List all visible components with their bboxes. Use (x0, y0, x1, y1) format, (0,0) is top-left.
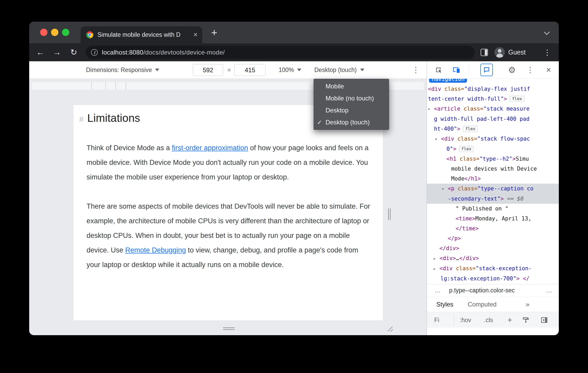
dom-tree-node[interactable]: g width-full pad-left-400 pad (427, 114, 559, 124)
forward-button[interactable]: → (50, 48, 64, 57)
dom-tree-node[interactable]: Mode</h1> (427, 174, 559, 184)
dom-tree-node[interactable]: </p> (427, 233, 559, 243)
tab-styles[interactable]: Styles (436, 301, 453, 308)
collapse-arrow-icon[interactable]: ▸ (433, 264, 439, 274)
profile-name: Guest (508, 49, 526, 56)
dom-tree-node[interactable]: ht-400">flex (427, 124, 559, 134)
elements-tree: navigation<div class="display-flex justi… (427, 79, 559, 284)
paragraph: Think of Device Mode as a first-order ap… (87, 141, 371, 184)
dock-side-icon[interactable] (541, 312, 548, 328)
page-viewport: # Limitations Think of Device Mode as a … (74, 105, 383, 320)
devtools-toolbar: ⚙ ⋮ × (427, 61, 559, 79)
breadcrumb-crumb[interactable]: p.type--caption.color-sec (449, 287, 515, 294)
devtools-menu-icon[interactable]: ⋮ (524, 61, 536, 79)
close-window-button[interactable] (40, 29, 47, 36)
window-controls (40, 29, 69, 36)
dom-tree-node[interactable]: <time>Monday, April 13, (427, 214, 559, 224)
dom-tree-node[interactable]: <div class="display-flex justif (427, 84, 559, 94)
dom-tree-node[interactable]: -secondary-text"> == $0 (427, 194, 559, 204)
viewport-resize-handle-corner[interactable] (386, 324, 393, 332)
viewport-resize-handle-right[interactable] (388, 208, 391, 220)
styles-filter-input[interactable]: Fi (434, 312, 439, 328)
tab-search-chevron-icon[interactable] (544, 29, 550, 35)
tab-computed[interactable]: Computed (468, 301, 497, 308)
text-link[interactable]: first-order approximation (172, 144, 248, 152)
dom-tree-node[interactable]: 0">flex (427, 144, 559, 154)
device-toolbar-toggle-icon[interactable] (450, 61, 463, 79)
settings-gear-icon[interactable]: ⚙ (506, 61, 518, 79)
browser-toolbar: ← → ↻ i localhost:8080/docs/devtools/dev… (29, 43, 559, 61)
toggle-class-button[interactable]: .cls (484, 312, 493, 328)
address-bar[interactable]: i localhost:8080/docs/devtools/device-mo… (86, 46, 475, 59)
device-type-select[interactable]: Desktop (touch) (314, 61, 364, 79)
new-style-rule-button[interactable]: + (507, 312, 512, 328)
expand-arrow-icon[interactable]: ▾ (442, 184, 448, 194)
device-type-dropdown: MobileMobile (no touch)Desktop✓Desktop (… (314, 79, 389, 130)
toggle-hover-button[interactable]: :hov (460, 312, 471, 328)
browser-menu-icon[interactable]: ⋮ (543, 48, 551, 57)
chrome-favicon-icon (86, 31, 93, 38)
text-link[interactable]: Remote Debugging (125, 246, 186, 254)
media-query-tick (115, 82, 116, 90)
menu-item-mobile[interactable]: Mobile (314, 80, 389, 92)
flex-badge[interactable]: flex (510, 96, 524, 102)
inspect-element-icon[interactable] (432, 61, 445, 79)
flex-badge[interactable]: flex (459, 146, 474, 152)
dom-tree-node[interactable]: ▸<div class="stack-exception- (427, 263, 559, 274)
breadcrumb-overflow-left[interactable]: … (435, 287, 441, 294)
width-input[interactable] (193, 64, 223, 76)
styles-filter-bar: Fi :hov .cls + (427, 312, 559, 328)
dom-tree-node[interactable]: ▸<div>…</div> (427, 253, 559, 263)
tabs-overflow-icon[interactable]: » (526, 300, 529, 309)
dom-tree-node[interactable]: tent-center width-full">flex (427, 94, 559, 104)
media-query-tick (126, 82, 126, 90)
dom-tree-node[interactable]: mobile devices with Device (427, 164, 559, 174)
menu-item-desktop[interactable]: Desktop (314, 104, 389, 116)
url-path: /docs/devtools/device-mode/ (143, 49, 225, 56)
caret-down-icon (297, 69, 301, 71)
browser-tab[interactable]: Simulate mobile devices with D × (81, 26, 202, 43)
side-panel-icon[interactable] (481, 49, 488, 56)
dom-tree-node[interactable]: lg:stack-exception-700"> </ (427, 274, 559, 284)
device-toolbar-menu-icon[interactable]: ⋮ (411, 61, 420, 79)
dom-tree-node[interactable]: </div> (427, 243, 559, 253)
profile-avatar[interactable] (494, 47, 505, 58)
minimize-window-button[interactable] (51, 29, 58, 36)
height-input[interactable] (234, 64, 266, 76)
dom-tree-node[interactable]: </time> (427, 224, 559, 233)
menu-item-label: Desktop (touch) (326, 119, 370, 126)
maximize-window-button[interactable] (62, 29, 69, 36)
expand-arrow-icon[interactable]: ▾ (428, 104, 434, 114)
menu-item-desktop-touch[interactable]: ✓Desktop (touch) (314, 116, 389, 128)
dom-tree-node[interactable]: navigation (427, 79, 559, 84)
site-info-icon[interactable]: i (91, 49, 98, 56)
devtools-panel: ⚙ ⋮ × navigation<div class="display-flex… (427, 61, 559, 335)
zoom-value: 100% (279, 67, 294, 74)
toolbar-divider (469, 65, 469, 75)
page-title: Limitations (87, 112, 140, 124)
dimensions-select[interactable]: Dimensions: Responsive (86, 61, 159, 79)
tab-close-icon[interactable]: × (193, 31, 198, 38)
dom-tree-node[interactable]: ▾<p class="type--caption co (427, 184, 559, 194)
new-tab-button[interactable]: + (208, 26, 220, 39)
expand-arrow-icon[interactable]: ▾ (435, 134, 441, 144)
rendering-emulation-icon[interactable] (522, 312, 530, 328)
reload-button[interactable]: ↻ (67, 47, 81, 57)
viewport-resize-handle-bottom[interactable] (223, 327, 235, 330)
zoom-select[interactable]: 100% (279, 61, 301, 79)
messages-panel-icon[interactable] (480, 61, 493, 79)
menu-item-mobile-no-touch[interactable]: Mobile (no touch) (314, 92, 389, 104)
back-button[interactable]: ← (34, 48, 47, 57)
devtools-close-icon[interactable]: × (542, 61, 555, 79)
breadcrumb-overflow-right[interactable]: … (546, 287, 552, 294)
dom-tree-node[interactable]: ▾<article class="stack measure (427, 104, 559, 114)
tab-title: Simulate mobile devices with D (97, 31, 191, 38)
dom-tree-node[interactable]: ▾<div class="stack flow-spac (427, 134, 559, 144)
dom-tree-node[interactable]: " Published on " (427, 204, 559, 214)
heading-anchor[interactable]: # (79, 115, 84, 124)
dom-tree-node[interactable]: <h1 class="type--h2">Simu (427, 154, 559, 164)
menu-item-label: Mobile (326, 83, 344, 90)
device-type-value: Desktop (touch) (314, 67, 357, 74)
collapse-arrow-icon[interactable]: ▸ (433, 254, 439, 263)
flex-badge[interactable]: flex (463, 126, 478, 132)
